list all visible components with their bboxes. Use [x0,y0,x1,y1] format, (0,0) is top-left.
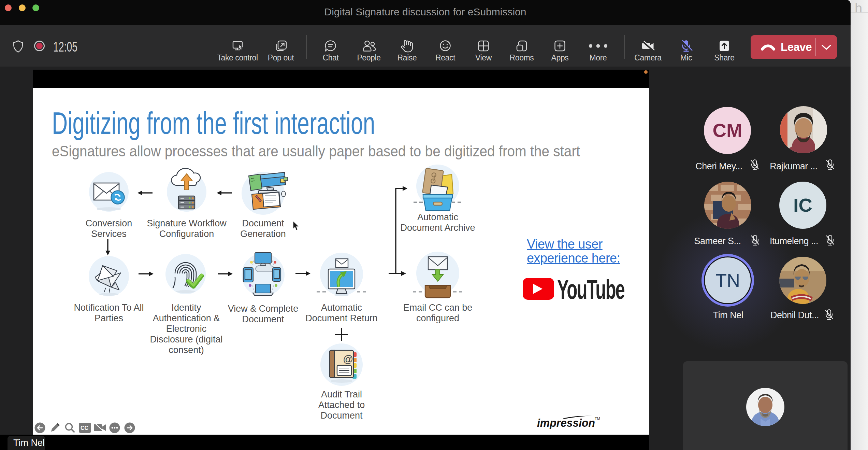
svg-text:@: @ [343,353,353,365]
svg-text:CC: CC [81,425,89,431]
